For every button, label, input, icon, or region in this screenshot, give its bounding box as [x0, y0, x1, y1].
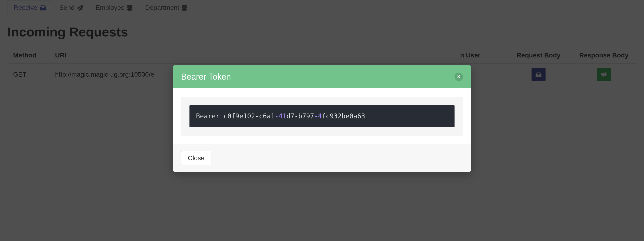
modal-header: Bearer Token	[173, 65, 471, 88]
bearer-token-modal: Bearer Token Bearer c0f9e102-c6a1-41d7-b…	[173, 65, 471, 172]
modal-backdrop[interactable]: Bearer Token Bearer c0f9e102-c6a1-41d7-b…	[0, 0, 644, 241]
modal-close-x[interactable]	[454, 73, 463, 81]
close-icon	[457, 75, 460, 79]
modal-title: Bearer Token	[181, 72, 231, 82]
bearer-token-code: Bearer c0f9e102-c6a1-41d7-b797-4fc932be0…	[190, 105, 454, 127]
modal-body: Bearer c0f9e102-c6a1-41d7-b797-4fc932be0…	[173, 88, 471, 144]
close-button[interactable]: Close	[181, 151, 212, 165]
code-block-wrapper: Bearer c0f9e102-c6a1-41d7-b797-4fc932be0…	[181, 97, 463, 136]
modal-footer: Close	[173, 144, 471, 172]
